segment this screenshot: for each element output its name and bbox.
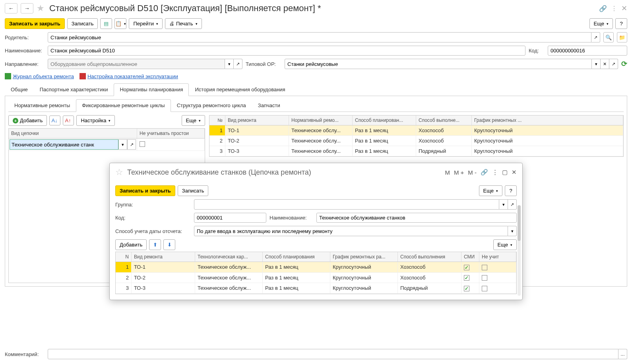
tab-planning[interactable]: Нормативы планирования — [114, 83, 189, 96]
mt-col-tech[interactable]: Технологическая кар... — [195, 252, 263, 262]
chain-skip-checkbox[interactable] — [140, 141, 145, 147]
repair-col-n[interactable]: № — [209, 116, 225, 125]
more-button[interactable]: Еще▾ — [589, 18, 613, 29]
goto-button[interactable]: Перейти▾ — [129, 18, 163, 29]
repair-col-sched[interactable]: График ремонтных ... — [472, 116, 623, 125]
mt-col-kind[interactable]: Вид ремонта — [132, 252, 195, 262]
chain-open-button[interactable]: ↗ — [127, 139, 136, 150]
mt-col-sched[interactable]: График ремонтных ра... — [330, 252, 398, 262]
skip-checkbox[interactable] — [482, 286, 487, 291]
skip-checkbox[interactable] — [482, 265, 487, 270]
modal-group-input[interactable] — [194, 199, 499, 210]
settings-link[interactable]: Настройка показателей эксплуатации — [79, 73, 178, 79]
modal-group-open-button[interactable]: ↗ — [508, 199, 517, 210]
repair-row[interactable]: 1ТО-1Техническое обслу...Раз в 1 месяцХо… — [209, 125, 623, 136]
favorite-star-icon[interactable]: ★ — [37, 3, 45, 13]
repair-col-kind[interactable]: Вид ремонта — [225, 116, 289, 125]
save-close-button[interactable]: Записать и закрыть — [5, 18, 65, 29]
modal-mplus-button[interactable]: M + — [454, 169, 464, 176]
parent-open-button[interactable]: ↗ — [591, 32, 600, 42]
modal-more-icon[interactable]: ⋮ — [492, 169, 498, 176]
subtab-normative[interactable]: Нормативные ремонты — [8, 99, 76, 112]
sort-asc-button[interactable]: A↓ — [49, 116, 60, 125]
scroll-thumb[interactable] — [518, 205, 521, 241]
mt-col-plan[interactable]: Способ планирования — [263, 252, 330, 262]
search-icon-button[interactable]: 🔍 — [603, 32, 614, 42]
modal-help-button[interactable]: ? — [505, 185, 517, 196]
typeor-open-button[interactable]: ↗ — [609, 59, 618, 69]
modal-maximize-icon[interactable]: ▢ — [502, 169, 508, 176]
left-more-button[interactable]: Еще▾ — [182, 115, 205, 126]
modal-mminus-button[interactable]: M - — [468, 169, 477, 176]
repair-row[interactable]: 3ТО-3Техническое обслу...Раз в 1 месяцПо… — [209, 146, 623, 156]
direction-input[interactable] — [48, 59, 225, 69]
subtab-fixed-cycles[interactable]: Фиксированные ремонтные циклы — [76, 99, 171, 112]
repair-col-plan[interactable]: Способ планирован... — [353, 116, 416, 125]
name-input[interactable] — [48, 46, 525, 56]
tab-history[interactable]: История перемещения оборудования — [189, 83, 291, 96]
tab-general[interactable]: Общие — [5, 83, 34, 96]
nav-back-button[interactable]: ← — [5, 3, 17, 13]
modal-more-button[interactable]: Еще▾ — [479, 185, 502, 196]
modal-m-button[interactable]: M — [445, 169, 450, 176]
parent-input[interactable] — [48, 32, 591, 42]
save-button[interactable]: Записать — [67, 18, 98, 29]
refresh-icon[interactable]: ⟳ — [621, 60, 627, 68]
smi-checkbox[interactable] — [464, 286, 469, 291]
chain-col-skip[interactable]: Не учитывать простои — [137, 129, 205, 138]
modal-group-dropdown-button[interactable]: ▾ — [499, 199, 508, 210]
chain-col-kind[interactable]: Вид цепочки — [9, 129, 137, 138]
print-button[interactable]: 🖨 Печать▾ — [165, 18, 202, 29]
modal-link-icon[interactable]: 🔗 — [481, 169, 488, 176]
modal-close-icon[interactable]: ✕ — [512, 169, 517, 176]
journal-link[interactable]: Журнал объекта ремонта — [5, 73, 74, 79]
modal-table-more-button[interactable]: Еще▾ — [493, 239, 517, 250]
modal-down-button[interactable]: ⬇ — [163, 239, 175, 250]
mt-col-smi[interactable]: СМИ — [461, 252, 479, 262]
modal-scrollbar[interactable] — [518, 205, 521, 296]
modal-name-input[interactable] — [316, 213, 517, 223]
smi-checkbox[interactable] — [464, 275, 469, 281]
repair-col-norm[interactable]: Нормативный ремо... — [289, 116, 353, 125]
copy-dropdown-button[interactable]: 📋▾ — [114, 18, 126, 29]
list-icon-button[interactable]: ▤ — [100, 18, 112, 29]
typeor-input[interactable] — [285, 59, 592, 69]
modal-up-button[interactable]: ⬆ — [149, 239, 161, 250]
modal-star-icon[interactable]: ☆ — [115, 167, 123, 177]
modal-table-row[interactable]: 3ТО-3Техническое обслуж...Раз в 1 месяцК… — [116, 283, 516, 294]
nav-forward-button[interactable]: → — [21, 3, 33, 13]
direction-open-button[interactable]: ↗ — [234, 59, 242, 69]
subtab-structure[interactable]: Структура ремонтного цикла — [171, 99, 252, 112]
tab-passport[interactable]: Паспортные характеристики — [34, 83, 114, 96]
mt-col-n[interactable]: N — [116, 252, 132, 262]
typeor-dropdown-button[interactable]: ▾ — [592, 59, 601, 69]
smi-checkbox[interactable] — [464, 265, 469, 270]
code-input[interactable] — [548, 46, 627, 56]
subtab-parts[interactable]: Запчасти — [252, 99, 286, 112]
chain-row[interactable]: ▾ ↗ — [9, 139, 205, 151]
modal-save-close-button[interactable]: Записать и закрыть — [115, 185, 175, 196]
chain-kind-input[interactable] — [10, 139, 118, 150]
modal-table-row[interactable]: 1ТО-1Техническое обслуж...Раз в 1 месяцК… — [116, 262, 516, 273]
chain-dropdown-button[interactable]: ▾ — [118, 139, 127, 150]
mt-col-exec[interactable]: Способ выполнения — [398, 252, 461, 262]
modal-save-button[interactable]: Записать — [178, 185, 209, 196]
comment-expand-button[interactable]: … — [618, 349, 627, 359]
close-icon[interactable]: ✕ — [621, 4, 627, 13]
skip-checkbox[interactable] — [482, 275, 487, 281]
modal-method-dropdown-button[interactable]: ▾ — [508, 226, 517, 236]
sort-desc-button[interactable]: A↑ — [63, 116, 74, 125]
modal-method-input[interactable] — [194, 226, 508, 236]
comment-input[interactable] — [48, 349, 618, 359]
add-button[interactable]: + Добавить — [8, 115, 47, 126]
folder-icon-button[interactable]: 📁 — [617, 32, 627, 42]
setup-button[interactable]: Настройка▾ — [76, 115, 115, 126]
modal-table-row[interactable]: 2ТО-2Техническое обслуж...Раз в 1 месяцК… — [116, 273, 516, 283]
direction-dropdown-button[interactable]: ▾ — [225, 59, 234, 69]
help-button[interactable]: ? — [615, 18, 627, 29]
link-icon[interactable]: 🔗 — [599, 5, 607, 12]
mt-col-skip[interactable]: Не учит — [479, 252, 516, 262]
repair-row[interactable]: 2ТО-2Техническое обслу...Раз в 1 месяцХо… — [209, 136, 623, 146]
modal-code-input[interactable] — [194, 213, 266, 223]
typeor-clear-button[interactable]: ✕ — [601, 59, 609, 69]
